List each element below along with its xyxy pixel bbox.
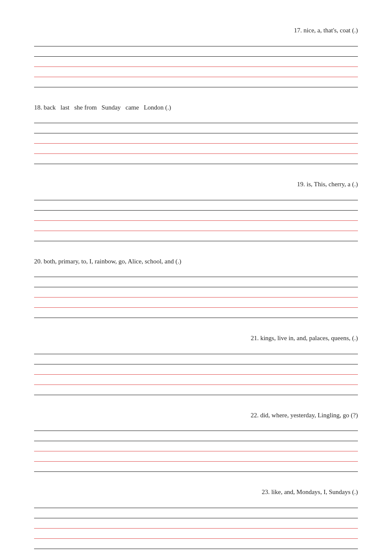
question-20: 20. both, primary, to, I, rainbow, go, A… [34,257,358,318]
q20-prompt: 20. both, primary, to, I, rainbow, go, A… [34,257,358,266]
question-21: 21. kings, live in, and, palaces, queens… [34,333,358,395]
answer-line [34,269,358,277]
question-23: 23. like, and, Mondays, I, Sundays (.) [34,487,358,549]
q17-prompt: 17. nice, a, that's, coat (.) [34,26,358,35]
answer-line [34,203,358,211]
answer-line [34,531,358,539]
answer-line [34,136,358,144]
answer-line [34,347,358,354]
answer-line [34,367,358,375]
answer-line [34,280,358,287]
answer-line [34,223,358,231]
q22-prompt: 22. did, where, yesterday, Lingling, go … [34,410,358,420]
q21-prompt: 21. kings, live in, and, palaces, queens… [34,333,358,343]
answer-line [34,290,358,298]
q21-lines [34,347,358,395]
question-17: 17. nice, a, that's, coat (.) [34,26,358,87]
answer-line [34,500,358,508]
answer-line [34,69,358,77]
q23-lines [34,500,358,549]
answer-line [34,59,358,67]
q23-prompt: 23. like, and, Mondays, I, Sundays (.) [34,487,358,497]
answer-line [34,39,358,46]
answer-line [34,234,358,241]
q17-lines [34,39,358,87]
answer-line [34,511,358,518]
q22-lines [34,423,358,472]
answer-line [34,454,358,462]
q19-lines [34,193,358,241]
answer-line [34,444,358,451]
answer-line [34,49,358,57]
answer-line [34,434,358,441]
answer-line [34,310,358,318]
question-19: 19. is, This, cherry, a (.) [34,179,358,241]
answer-line [34,80,358,87]
page: 17. nice, a, that's, coat (.) 18. back l… [0,0,392,555]
q20-lines [34,269,358,318]
answer-line [34,126,358,133]
question-22: 22. did, where, yesterday, Lingling, go … [34,410,358,472]
answer-line [34,464,358,472]
answer-line [34,116,358,123]
answer-line [34,377,358,385]
question-18: 18. back last she from Sunday came Londo… [34,103,358,165]
answer-line [34,300,358,308]
answer-line [34,146,358,154]
answer-line [34,423,358,431]
answer-line [34,156,358,164]
answer-line [34,387,358,395]
answer-line [34,213,358,221]
answer-line [34,541,358,549]
q18-lines [34,116,358,164]
answer-line [34,193,358,200]
answer-line [34,521,358,529]
q19-prompt: 19. is, This, cherry, a (.) [34,179,358,189]
q18-prompt: 18. back last she from Sunday came Londo… [34,103,358,113]
answer-line [34,357,358,364]
